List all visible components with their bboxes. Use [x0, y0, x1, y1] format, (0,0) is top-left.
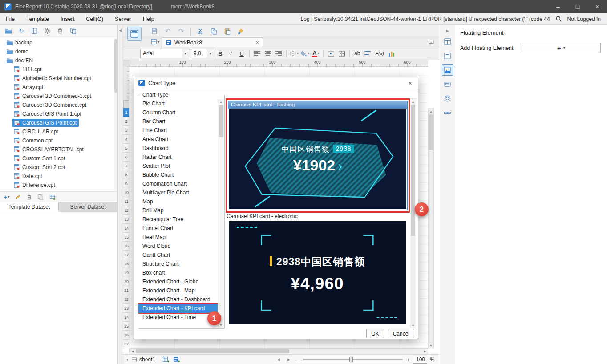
- insert-text-button[interactable]: ab: [353, 50, 361, 57]
- tree-item-1111-cpt[interactable]: 1111.cpt: [0, 65, 114, 74]
- row-header-3[interactable]: 3: [123, 126, 129, 135]
- chart-type-area-chart[interactable]: Area Chart: [138, 135, 218, 144]
- template-mode-button[interactable]: [127, 27, 142, 41]
- row-header-14[interactable]: 14: [123, 224, 129, 233]
- fill-color-button[interactable]: ▾: [300, 49, 309, 58]
- widget-icon[interactable]: [442, 78, 453, 90]
- zoom-level-input[interactable]: 100: [413, 356, 427, 364]
- report-block-icon[interactable]: [442, 36, 453, 47]
- row-header-6[interactable]: 6: [123, 153, 129, 162]
- chart-type-combination-chart[interactable]: Combination Chart: [138, 179, 218, 188]
- chart-type-drill-map[interactable]: Drill Map: [138, 206, 218, 215]
- row-header-12[interactable]: 12: [123, 206, 129, 215]
- log-status[interactable]: Log | Seriously:10:34:21 initGeoJSON-44-…: [301, 16, 550, 22]
- insert-chart-button[interactable]: [387, 49, 396, 58]
- row-header-26[interactable]: 26: [123, 331, 129, 340]
- tab-workbook8[interactable]: WorkBook8 ×: [162, 37, 263, 47]
- row-header-15[interactable]: 15: [123, 233, 129, 242]
- menu-cell-c[interactable]: Cell(C): [80, 13, 109, 24]
- template-list-button[interactable]: ▾: [151, 39, 159, 45]
- delete-icon[interactable]: [56, 27, 64, 35]
- chart-type-box-chart[interactable]: Box chart: [138, 268, 218, 277]
- dialog-title-bar[interactable]: Chart Type ×: [134, 77, 418, 89]
- menu-file[interactable]: File: [0, 13, 20, 24]
- tree-item-alphabetic-serial-number-cpt[interactable]: Alphabetic Serial Number.cpt: [0, 74, 114, 83]
- cancel-button[interactable]: Cancel: [388, 329, 414, 338]
- dialog-close-button[interactable]: ×: [407, 79, 413, 87]
- tree-item-array-cpt[interactable]: Array.cpt: [0, 83, 114, 92]
- row-header-10[interactable]: 10: [123, 188, 129, 197]
- chart-type-scatter-plot[interactable]: Scatter Plot: [138, 162, 218, 170]
- new-folder-icon[interactable]: [4, 27, 12, 35]
- row-header-13[interactable]: 13: [123, 215, 129, 224]
- chart-type-line-chart[interactable]: Line Chart: [138, 126, 218, 135]
- row-header-24[interactable]: 24: [123, 313, 129, 322]
- tree-item-carousel-gis-point-cpt[interactable]: Carousel GIS Point.cpt: [0, 118, 114, 127]
- bold-button[interactable]: B: [216, 49, 225, 58]
- sheet-list-button[interactable]: ◂: [126, 355, 128, 364]
- tree-item-doc-en[interactable]: doc-EN: [0, 56, 114, 65]
- row-header-4[interactable]: 4: [123, 135, 129, 144]
- chart-type-map[interactable]: Map: [138, 197, 218, 206]
- preview-scroll-thumb[interactable]: [411, 105, 415, 236]
- chart-type-pie-chart[interactable]: Pie Chart: [138, 99, 218, 108]
- menu-insert[interactable]: Insert: [55, 13, 80, 24]
- cell-element-icon[interactable]: [442, 50, 453, 61]
- row-header-8[interactable]: 8: [123, 170, 129, 179]
- menu-template[interactable]: Template: [20, 13, 55, 24]
- row-header-7[interactable]: 7: [123, 162, 129, 170]
- unmerge-cells-button[interactable]: [337, 49, 346, 58]
- chart-type-extended-chart-time[interactable]: Extended Chart - Time: [138, 313, 218, 322]
- tree-item-crosslayertotal-cpt[interactable]: CROSSLAYERTOTAL.cpt: [0, 145, 114, 154]
- row-header-9[interactable]: 9: [123, 179, 129, 188]
- collapse-left-panel-icon[interactable]: ◀: [118, 28, 123, 32]
- tab-template-dataset[interactable]: Template Dataset: [0, 202, 59, 212]
- floating-element-icon[interactable]: [442, 64, 453, 76]
- chart-type-bubble-chart[interactable]: Bubble Chart: [138, 170, 218, 179]
- sheet-tab[interactable]: sheet1: [139, 355, 155, 364]
- font-family-select[interactable]: Arial ▾: [140, 49, 189, 58]
- collapse-right-panel-icon[interactable]: ▶: [440, 29, 455, 33]
- insert-formula-button[interactable]: F(x): [374, 51, 385, 56]
- align-left-button[interactable]: [253, 49, 262, 58]
- ok-button[interactable]: OK: [366, 329, 384, 338]
- settings-icon[interactable]: [43, 27, 51, 35]
- prev-sheet-button[interactable]: ◀: [277, 355, 280, 364]
- chart-type-structure-chart[interactable]: Structure Chart: [138, 259, 218, 268]
- border-button[interactable]: ▾: [290, 49, 299, 58]
- row-header-23[interactable]: 23: [123, 304, 129, 313]
- preview-carousel-kpi-electronic[interactable]: 2938中国区销售额 ¥4,960: [229, 221, 406, 324]
- preview-scrollbar[interactable]: ▲ ▼: [410, 98, 416, 328]
- paste-button[interactable]: [222, 26, 232, 36]
- tree-scrollbar[interactable]: ▼: [114, 38, 117, 195]
- chart-type-funnel-chart[interactable]: Funnel Chart: [138, 224, 218, 233]
- next-sheet-button[interactable]: ▶: [287, 355, 291, 364]
- login-status[interactable]: Not Logged In: [567, 16, 601, 22]
- chevron-down-icon[interactable]: ▾: [207, 49, 214, 58]
- copy-dataset-icon[interactable]: [37, 194, 44, 200]
- tree-item-custom-sort-2-cpt[interactable]: Custom Sort 2.cpt: [0, 163, 114, 172]
- refresh-icon[interactable]: ↻: [17, 27, 25, 35]
- tree-item-difference-cpt[interactable]: Difference.cpt: [0, 181, 114, 190]
- chart-type-gantt-chart[interactable]: Gantt Chart: [138, 251, 218, 259]
- chart-type-extended-chart-dashboard[interactable]: Extended Chart - Dashboard: [138, 295, 218, 304]
- chart-type-column-chart[interactable]: Column Chart: [138, 108, 218, 117]
- hyperlink-icon[interactable]: [442, 107, 453, 118]
- select-all-corner[interactable]: [123, 100, 129, 108]
- hscroll-thumb[interactable]: [136, 349, 289, 353]
- tree-item-demo[interactable]: demo: [0, 47, 114, 56]
- add-floating-element-button[interactable]: + ▾: [522, 43, 601, 53]
- row-header-18[interactable]: 18: [123, 259, 129, 268]
- row-header-19[interactable]: 19: [123, 268, 129, 277]
- format-painter-button[interactable]: [235, 26, 246, 36]
- chart-type-bar-chart[interactable]: Bar Chart: [138, 117, 218, 126]
- scroll-left-icon[interactable]: ◀: [130, 349, 135, 354]
- row-header-22[interactable]: 22: [123, 295, 129, 304]
- tree-item-carousel-gis-point-1-cpt[interactable]: Carousel GIS Point-1.cpt: [0, 109, 114, 118]
- italic-button[interactable]: I: [227, 49, 235, 58]
- scroll-up-icon[interactable]: ▲: [218, 99, 224, 105]
- chart-type-extended-chart-kpi-card[interactable]: Extended Chart - KPI card: [138, 304, 218, 313]
- row-header-20[interactable]: 20: [123, 277, 129, 286]
- copy-button[interactable]: [208, 26, 219, 36]
- menu-help[interactable]: Help: [137, 13, 160, 24]
